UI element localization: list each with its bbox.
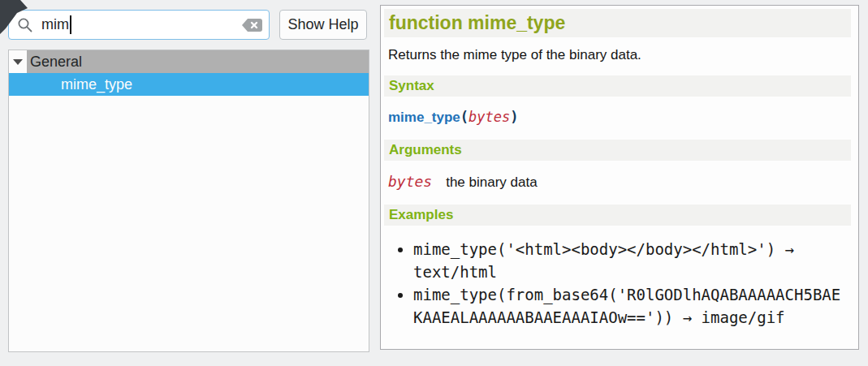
section-heading-arguments: Arguments (384, 140, 851, 161)
function-tree: General mime_type (8, 50, 369, 352)
tree-item-label: mime_type (61, 76, 132, 93)
close-paren: ) (510, 109, 518, 125)
expander-cell[interactable] (9, 50, 27, 73)
tree-item-mime-type[interactable]: mime_type (9, 73, 369, 96)
function-description: Returns the mime type of the binary data… (388, 47, 851, 63)
text-caret (70, 15, 71, 34)
clear-search-icon[interactable] (241, 17, 263, 33)
section-heading-examples: Examples (384, 205, 851, 226)
open-paren: ( (460, 109, 469, 125)
chevron-down-icon (13, 59, 23, 65)
syntax-argument: bytes (469, 109, 510, 125)
argument-row: bytes the binary data (388, 173, 851, 191)
syntax-function-name: mime_type (388, 110, 460, 125)
show-help-button[interactable]: Show Help (279, 10, 367, 40)
argument-description: the binary data (446, 174, 537, 191)
example-item: mime_type(from_base64('R0lGODlhAQABAAAAA… (413, 283, 844, 329)
help-pane: function mime_type Returns the mime type… (380, 5, 859, 350)
tree-group-general[interactable]: General (9, 50, 369, 73)
example-item: mime_type('<html><body></body></html>') … (413, 238, 844, 283)
search-input[interactable]: mim (8, 10, 270, 40)
help-browser-window: mim Show Help General mime_type function… (0, 0, 868, 366)
help-title: function mime_type (384, 9, 851, 37)
tree-group-label: General (30, 54, 82, 71)
syntax-signature: mime_type(bytes) (388, 109, 851, 126)
argument-name: bytes (388, 173, 432, 190)
section-heading-syntax: Syntax (384, 75, 851, 97)
examples-list: mime_type('<html><body></body></html>') … (384, 238, 851, 329)
magnifier-icon (17, 17, 33, 33)
search-input-value: mim (41, 16, 69, 33)
